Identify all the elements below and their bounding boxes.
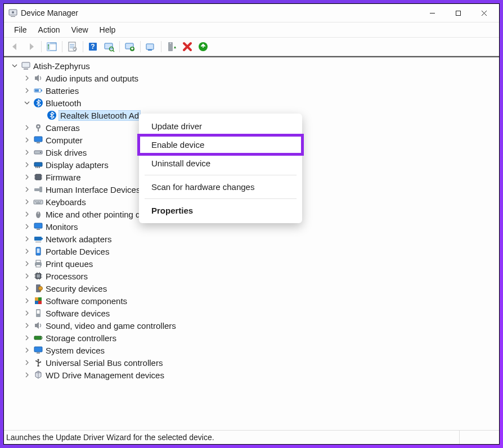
maximize-button[interactable] xyxy=(445,4,471,21)
tree-item-processors[interactable]: Processors xyxy=(7,270,499,282)
status-text: Launches the Update Driver Wizard for th… xyxy=(6,433,214,442)
svg-rect-75 xyxy=(36,265,41,267)
title-bar: Device Manager xyxy=(4,4,499,22)
usb-icon xyxy=(33,358,43,368)
caret-right-icon[interactable] xyxy=(23,185,31,193)
svg-rect-42 xyxy=(37,142,40,143)
tree-item-bluetooth[interactable]: Bluetooth xyxy=(7,97,499,109)
tree-item-swcomp[interactable]: Software components xyxy=(7,295,499,307)
tree-root[interactable]: Atish-Zephyrus xyxy=(7,60,499,72)
ctx-separator xyxy=(145,198,297,199)
back-button[interactable] xyxy=(8,40,23,53)
svg-rect-9 xyxy=(50,43,56,44)
help-button[interactable]: ? xyxy=(86,40,101,53)
tree-item-label: Audio inputs and outputs xyxy=(46,74,138,83)
menu-action[interactable]: Action xyxy=(33,24,66,36)
tree-item-sound[interactable]: Sound, video and game controllers xyxy=(7,319,499,332)
ctx-enable-device[interactable]: Enable device xyxy=(139,135,302,154)
uninstall-device-button[interactable] xyxy=(180,40,195,53)
ctx-properties[interactable]: Properties xyxy=(139,201,302,220)
camera-icon xyxy=(33,123,43,133)
disable-driver-button[interactable] xyxy=(164,40,179,53)
toolbar-separator xyxy=(41,41,42,52)
caret-right-icon[interactable] xyxy=(23,210,31,218)
svg-point-11 xyxy=(48,44,49,46)
caret-right-icon[interactable] xyxy=(23,371,31,379)
caret-right-icon[interactable] xyxy=(23,148,31,156)
tree-item-label: WD Drive Management devices xyxy=(46,370,164,380)
svg-rect-41 xyxy=(34,137,42,142)
add-legacy-hardware-button[interactable] xyxy=(196,40,210,53)
disk-icon xyxy=(33,147,43,157)
tree-item-label: Processors xyxy=(46,271,88,281)
tree-item-label: Keyboards xyxy=(46,197,86,207)
cpu-icon xyxy=(33,271,43,281)
properties-button[interactable] xyxy=(65,40,80,53)
update-driver-button[interactable] xyxy=(123,40,137,53)
caret-right-icon[interactable] xyxy=(23,359,31,366)
caret-right-icon[interactable] xyxy=(23,223,31,230)
caret-right-icon[interactable] xyxy=(23,247,31,255)
caret-right-icon[interactable] xyxy=(23,198,31,206)
caret-right-icon[interactable] xyxy=(23,272,31,280)
tree-item-usb[interactable]: Universal Serial Bus controllers xyxy=(7,356,499,369)
caret-down-icon[interactable] xyxy=(11,62,19,70)
caret-right-icon[interactable] xyxy=(23,173,31,181)
svg-rect-67 xyxy=(37,229,40,230)
close-button[interactable] xyxy=(471,4,497,21)
svg-point-44 xyxy=(40,152,41,153)
tree-item-storage[interactable]: Storage controllers xyxy=(7,332,499,344)
tree-item-swdev[interactable]: Software devices xyxy=(7,307,499,319)
menu-file[interactable]: File xyxy=(8,24,33,36)
svg-rect-74 xyxy=(36,260,41,263)
tree-item-label: Sound, video and game controllers xyxy=(46,321,176,331)
ctx-uninstall-device[interactable]: Uninstall device xyxy=(139,154,302,173)
caret-right-icon[interactable] xyxy=(23,136,31,144)
tree-item-label: Network adapters xyxy=(46,234,112,244)
tree-item-security[interactable]: Security devices xyxy=(7,282,499,295)
tree-item-print[interactable]: Print queues xyxy=(7,257,499,270)
caret-right-icon[interactable] xyxy=(23,309,31,317)
ctx-update-driver[interactable]: Update driver xyxy=(139,117,302,135)
tree-item-system[interactable]: System devices xyxy=(7,344,499,356)
tree-item-label: Security devices xyxy=(46,284,107,293)
caret-right-icon[interactable] xyxy=(23,161,31,169)
svg-rect-72 xyxy=(37,248,40,253)
caret-right-icon[interactable] xyxy=(23,87,31,94)
ctx-scan-hardware[interactable]: Scan for hardware changes xyxy=(139,178,302,196)
svg-rect-95 xyxy=(34,336,41,340)
tree-item-audio[interactable]: Audio inputs and outputs xyxy=(7,72,499,84)
monitor-icon xyxy=(33,135,43,145)
caret-right-icon[interactable] xyxy=(23,124,31,132)
monitor-icon xyxy=(33,221,43,232)
caret-right-icon[interactable] xyxy=(23,322,31,329)
tree-item-wd[interactable]: WD Drive Management devices xyxy=(7,369,499,381)
menu-view[interactable]: View xyxy=(65,24,93,36)
svg-rect-27 xyxy=(148,49,152,51)
status-bar: Launches the Update Driver Wizard for th… xyxy=(4,430,499,444)
caret-right-icon[interactable] xyxy=(23,334,31,342)
enable-device-button[interactable] xyxy=(143,40,158,53)
scan-hardware-button[interactable] xyxy=(102,40,116,53)
show-hide-console-tree-button[interactable] xyxy=(44,40,59,53)
svg-rect-45 xyxy=(34,162,42,166)
tree-item-portable[interactable]: Portable Devices xyxy=(7,245,499,257)
caret-down-icon[interactable] xyxy=(23,99,31,107)
tree-item-label: Storage controllers xyxy=(46,333,116,343)
svg-rect-94 xyxy=(37,310,40,314)
tree-item-batteries[interactable]: Batteries xyxy=(7,84,499,97)
minimize-button[interactable] xyxy=(419,4,445,21)
sw-components-icon xyxy=(33,296,43,306)
caret-right-icon[interactable] xyxy=(23,235,31,243)
mouse-icon xyxy=(33,209,43,219)
caret-right-icon[interactable] xyxy=(23,346,31,354)
caret-right-icon[interactable] xyxy=(23,74,31,82)
menu-help[interactable]: Help xyxy=(94,24,122,36)
tree-item-network[interactable]: Network adapters xyxy=(7,233,499,245)
caret-right-icon[interactable] xyxy=(23,297,31,305)
printer-icon xyxy=(33,259,43,269)
svg-rect-1 xyxy=(11,16,15,17)
caret-right-icon[interactable] xyxy=(23,260,31,268)
caret-right-icon[interactable] xyxy=(23,284,31,292)
forward-button[interactable] xyxy=(24,40,38,53)
